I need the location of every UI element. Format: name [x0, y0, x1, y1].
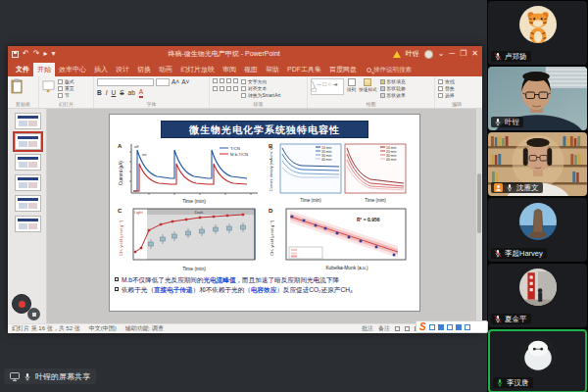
redo-icon[interactable]: ↷ [33, 50, 40, 58]
save-icon[interactable] [12, 51, 19, 58]
screen-share-banner[interactable]: 叶锃的屏幕共享 [4, 368, 96, 384]
shapes-gallery[interactable]: ╲ ─ □ ○ ➔ ⬠ [311, 78, 344, 95]
shape-fill-button[interactable]: 形状填充 [380, 78, 406, 84]
layout-button[interactable]: 版式 [58, 78, 74, 84]
ribbon-tab-9[interactable]: 审阅 [219, 63, 240, 76]
text-direction-button[interactable]: 文字方向 [241, 78, 280, 84]
ime-mic-icon[interactable] [447, 324, 453, 330]
select-button[interactable]: 选择 [438, 92, 455, 98]
red-sign-photo-icon [519, 269, 557, 306]
slide-thumbnail[interactable] [15, 195, 41, 212]
participant-tile[interactable]: 叶锃 [488, 67, 587, 130]
screen-recorder-widget[interactable] [12, 294, 31, 314]
reset-button[interactable]: 重置 [58, 85, 74, 91]
shadow-button[interactable]: ab [128, 90, 135, 97]
participant-tile[interactable]: 卢郑扬 [488, 1, 587, 65]
ime-toolbox-icon[interactable] [465, 324, 470, 330]
strikethrough-button[interactable]: S [120, 90, 123, 97]
quick-styles-button[interactable]: 快速样式 [359, 78, 376, 92]
indent-icon[interactable] [226, 78, 231, 83]
font-name-box[interactable] [97, 78, 154, 86]
sogou-logo-icon[interactable]: S [419, 322, 426, 332]
presenter-mic-icon [24, 372, 31, 381]
slide-thumbnail[interactable] [15, 174, 41, 191]
slide-thumbnail[interactable] [15, 113, 41, 129]
underline-button[interactable]: U [112, 90, 117, 97]
ribbon-tab-8[interactable]: 幻灯片放映 [176, 63, 219, 76]
bullets-icon[interactable] [213, 78, 218, 83]
ribbon-tab-3[interactable]: 效率中心 [55, 63, 90, 76]
ribbon-tab-1[interactable]: 文件 [12, 63, 33, 76]
replace-button[interactable]: 替换 [438, 85, 455, 91]
name-pill: 沈雁文 [491, 182, 543, 193]
participant-tile[interactable]: 沈雁文 [488, 132, 587, 196]
ribbon-tab-7[interactable]: 动画 [155, 63, 176, 76]
ribbon-tab-2[interactable]: 开始 [33, 63, 55, 76]
slide-thumbnail[interactable] [15, 154, 41, 171]
participant-tile-active-speaker[interactable]: 李汉唐 [488, 329, 587, 392]
notes-button[interactable]: 备注 [378, 324, 390, 333]
ribbon-tab-4[interactable]: 插入 [90, 63, 112, 76]
svg-text:✦: ✦ [46, 88, 51, 94]
normal-view-icon[interactable] [395, 326, 400, 331]
ribbon-tab-13[interactable]: 百度网盘 [325, 63, 361, 76]
sogou-input-toolbar[interactable]: S [416, 320, 488, 333]
ribbon-tab-5[interactable]: 设计 [112, 63, 133, 76]
stop-icon [32, 313, 36, 317]
ribbon-tab-11[interactable]: 帮助 [262, 63, 283, 76]
ribbon-options-icon[interactable]: ⌄ [438, 50, 445, 58]
ime-punctuation-icon[interactable] [438, 324, 444, 330]
align-right-icon[interactable] [226, 86, 231, 91]
svg-text:CH₄ yield (μmol g⁻¹): CH₄ yield (μmol g⁻¹) [270, 220, 274, 256]
shape-effects-button[interactable]: 形状效果 [380, 92, 406, 98]
ribbon-tab-12[interactable]: PDF工具集 [283, 63, 325, 76]
comments-button[interactable]: 批注 [362, 324, 373, 333]
shrink-font-icon[interactable]: A˅ [181, 79, 189, 86]
participant-tile[interactable]: 李超Harvey [488, 198, 587, 262]
grow-font-icon[interactable]: A˄ [172, 79, 179, 86]
ime-keyboard-icon[interactable] [456, 324, 462, 330]
columns-icon[interactable] [233, 86, 238, 91]
slide-thumbnail[interactable] [15, 216, 41, 232]
find-button[interactable]: 查找 [438, 78, 455, 84]
chart-ch4-yield-time: C Light Dark [116, 205, 263, 273]
ribbon: 剪贴板 ✦ 版式 重置 节 幻灯片 [8, 76, 482, 109]
italic-button[interactable]: I [106, 90, 108, 97]
font-color-button[interactable]: A [139, 89, 143, 98]
numbering-icon[interactable] [220, 78, 224, 83]
accessibility-indicator[interactable]: 辅助功能: 调查 [125, 324, 164, 333]
tell-me-search[interactable]: 操作说明搜索 [367, 66, 412, 76]
bold-button[interactable]: B [97, 90, 102, 97]
slide-title: 微生物光电化学系统独特电容性 [161, 121, 368, 138]
undo-icon[interactable]: ↶ [23, 50, 29, 58]
ribbon-tab-10[interactable]: 视图 [240, 63, 262, 76]
language-indicator[interactable]: 中文(中国) [89, 324, 117, 333]
font-size-box[interactable] [156, 78, 170, 86]
align-center-icon[interactable] [220, 86, 224, 91]
ppt-titlebar[interactable]: ↶ ↷ ▸ ▾ 终稿-微生物光电产甲烷 - PowerPoint 叶锃 ⌄ ─ … [8, 46, 482, 62]
account-avatar[interactable] [424, 50, 433, 59]
shape-outline-button[interactable]: 形状轮廓 [380, 85, 406, 91]
minimize-button[interactable]: ─ [449, 50, 455, 58]
section-button[interactable]: 节 [58, 92, 74, 98]
paste-icon[interactable] [11, 78, 24, 94]
line-spacing-icon[interactable] [233, 78, 238, 83]
ribbon-tab-bar: 文件开始效率中心插入设计切换动画幻灯片放映审阅视图帮助PDF工具集百度网盘操作说… [8, 62, 482, 76]
stop-button[interactable] [27, 308, 40, 320]
drawing-group: ╲ ─ □ ○ ➔ ⬠ 排列 快速样式 形状填充 形状轮廓 形状效果 绘图 [308, 76, 435, 108]
align-text-button[interactable]: 对齐文本 [241, 85, 280, 91]
ribbon-tab-6[interactable]: 切换 [133, 63, 155, 76]
slide-sorter-icon[interactable] [405, 326, 410, 331]
smartart-button[interactable]: 转换为SmartArt [241, 92, 280, 98]
slide-thumbnail-selected[interactable] [15, 133, 41, 150]
restore-button[interactable]: ❐ [460, 50, 466, 58]
participant-name: 叶锃 [505, 118, 519, 126]
slideshow-icon[interactable]: ▸ [43, 50, 47, 58]
canvas-scrollbar[interactable] [476, 109, 482, 323]
ime-mode-icon[interactable] [429, 324, 435, 330]
close-button[interactable]: ✕ [471, 50, 478, 58]
arrange-button[interactable]: 排列 [347, 78, 356, 92]
new-slide-icon[interactable]: ✦ [42, 78, 55, 94]
align-left-icon[interactable] [213, 86, 218, 91]
participant-tile[interactable]: 夏金平 [488, 264, 587, 327]
